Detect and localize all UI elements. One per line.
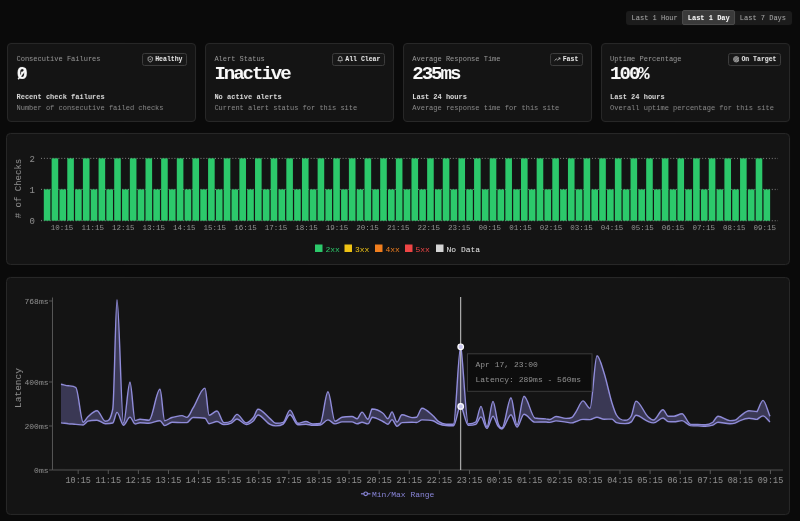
svg-text:07:15: 07:15 [698, 476, 724, 486]
svg-text:08:15: 08:15 [728, 476, 754, 486]
svg-text:16:15: 16:15 [246, 476, 272, 486]
svg-text:768ms: 768ms [24, 297, 48, 306]
svg-text:20:15: 20:15 [366, 476, 392, 486]
svg-text:22:15: 22:15 [427, 476, 453, 486]
svg-text:Apr 17, 23:00: Apr 17, 23:00 [475, 360, 538, 369]
svg-text:02:15: 02:15 [547, 476, 573, 486]
svg-text:09:15: 09:15 [758, 476, 784, 486]
svg-text:15:15: 15:15 [216, 476, 242, 486]
svg-text:10:15: 10:15 [65, 476, 91, 486]
svg-text:01:15: 01:15 [517, 476, 543, 486]
svg-text:Latency: 289ms - 560ms: Latency: 289ms - 560ms [475, 375, 581, 384]
svg-text:19:15: 19:15 [336, 476, 362, 486]
svg-text:18:15: 18:15 [306, 476, 332, 486]
svg-text:400ms: 400ms [24, 378, 48, 387]
svg-text:17:15: 17:15 [276, 476, 302, 486]
svg-text:14:15: 14:15 [186, 476, 212, 486]
svg-text:04:15: 04:15 [607, 476, 633, 486]
svg-text:0ms: 0ms [34, 466, 49, 475]
svg-text:21:15: 21:15 [397, 476, 423, 486]
svg-text:Min/Max Range: Min/Max Range [372, 490, 435, 499]
svg-text:23:15: 23:15 [457, 476, 483, 486]
svg-text:13:15: 13:15 [156, 476, 182, 486]
svg-text:200ms: 200ms [24, 422, 48, 431]
svg-text:12:15: 12:15 [126, 476, 152, 486]
svg-text:06:15: 06:15 [667, 476, 693, 486]
svg-text:00:15: 00:15 [487, 476, 513, 486]
svg-text:11:15: 11:15 [96, 476, 122, 486]
svg-text:03:15: 03:15 [577, 476, 603, 486]
svg-text:Latency: Latency [12, 368, 23, 408]
svg-text:05:15: 05:15 [637, 476, 663, 486]
